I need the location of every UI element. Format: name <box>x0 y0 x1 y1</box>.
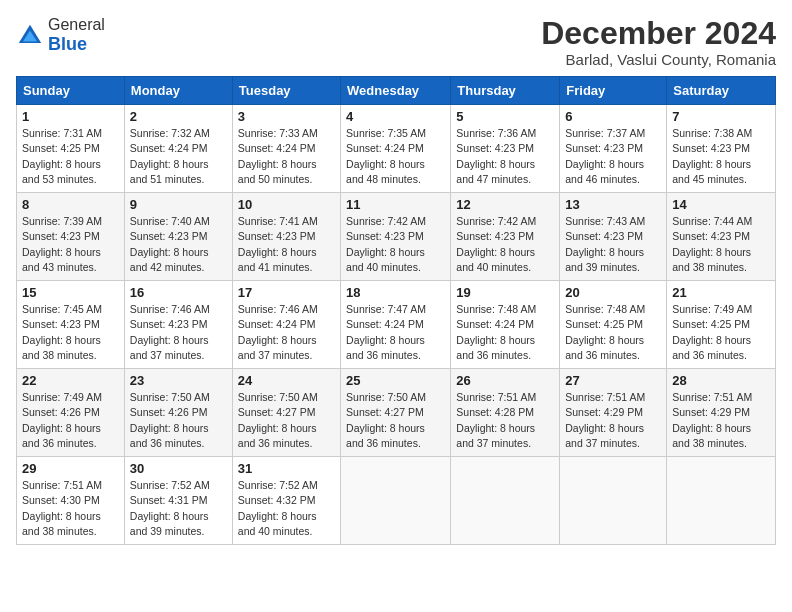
day-number: 28 <box>672 373 770 388</box>
day-info: Sunrise: 7:46 AMSunset: 4:24 PMDaylight:… <box>238 302 335 363</box>
logo-general-text: General <box>48 16 105 33</box>
day-info: Sunrise: 7:50 AMSunset: 4:27 PMDaylight:… <box>346 390 445 451</box>
day-number: 27 <box>565 373 661 388</box>
table-row: 15Sunrise: 7:45 AMSunset: 4:23 PMDayligh… <box>17 281 125 369</box>
day-info: Sunrise: 7:52 AMSunset: 4:31 PMDaylight:… <box>130 478 227 539</box>
day-number: 18 <box>346 285 445 300</box>
table-row: 16Sunrise: 7:46 AMSunset: 4:23 PMDayligh… <box>124 281 232 369</box>
day-info: Sunrise: 7:49 AMSunset: 4:26 PMDaylight:… <box>22 390 119 451</box>
page-subtitle: Barlad, Vaslui County, Romania <box>541 51 776 68</box>
day-number: 11 <box>346 197 445 212</box>
table-row: 14Sunrise: 7:44 AMSunset: 4:23 PMDayligh… <box>667 193 776 281</box>
day-number: 30 <box>130 461 227 476</box>
table-row: 1Sunrise: 7:31 AMSunset: 4:25 PMDaylight… <box>17 105 125 193</box>
day-number: 26 <box>456 373 554 388</box>
day-info: Sunrise: 7:51 AMSunset: 4:28 PMDaylight:… <box>456 390 554 451</box>
day-info: Sunrise: 7:42 AMSunset: 4:23 PMDaylight:… <box>456 214 554 275</box>
table-row: 11Sunrise: 7:42 AMSunset: 4:23 PMDayligh… <box>341 193 451 281</box>
page-container: General Blue December 2024 Barlad, Vaslu… <box>0 0 792 553</box>
table-row: 10Sunrise: 7:41 AMSunset: 4:23 PMDayligh… <box>232 193 340 281</box>
logo: General Blue <box>16 16 105 55</box>
day-info: Sunrise: 7:33 AMSunset: 4:24 PMDaylight:… <box>238 126 335 187</box>
table-row: 6Sunrise: 7:37 AMSunset: 4:23 PMDaylight… <box>560 105 667 193</box>
day-info: Sunrise: 7:41 AMSunset: 4:23 PMDaylight:… <box>238 214 335 275</box>
table-row <box>667 457 776 545</box>
day-number: 4 <box>346 109 445 124</box>
day-info: Sunrise: 7:51 AMSunset: 4:29 PMDaylight:… <box>672 390 770 451</box>
day-info: Sunrise: 7:49 AMSunset: 4:25 PMDaylight:… <box>672 302 770 363</box>
day-number: 14 <box>672 197 770 212</box>
day-info: Sunrise: 7:52 AMSunset: 4:32 PMDaylight:… <box>238 478 335 539</box>
day-info: Sunrise: 7:43 AMSunset: 4:23 PMDaylight:… <box>565 214 661 275</box>
calendar-week-4: 22Sunrise: 7:49 AMSunset: 4:26 PMDayligh… <box>17 369 776 457</box>
day-number: 31 <box>238 461 335 476</box>
day-number: 29 <box>22 461 119 476</box>
day-info: Sunrise: 7:51 AMSunset: 4:30 PMDaylight:… <box>22 478 119 539</box>
table-row: 12Sunrise: 7:42 AMSunset: 4:23 PMDayligh… <box>451 193 560 281</box>
day-info: Sunrise: 7:36 AMSunset: 4:23 PMDaylight:… <box>456 126 554 187</box>
calendar-week-2: 8Sunrise: 7:39 AMSunset: 4:23 PMDaylight… <box>17 193 776 281</box>
calendar-week-1: 1Sunrise: 7:31 AMSunset: 4:25 PMDaylight… <box>17 105 776 193</box>
page-title: December 2024 <box>541 16 776 51</box>
col-saturday: Saturday <box>667 77 776 105</box>
table-row <box>341 457 451 545</box>
table-row <box>451 457 560 545</box>
table-row: 7Sunrise: 7:38 AMSunset: 4:23 PMDaylight… <box>667 105 776 193</box>
day-number: 3 <box>238 109 335 124</box>
day-number: 21 <box>672 285 770 300</box>
table-row: 24Sunrise: 7:50 AMSunset: 4:27 PMDayligh… <box>232 369 340 457</box>
day-number: 25 <box>346 373 445 388</box>
day-number: 12 <box>456 197 554 212</box>
day-info: Sunrise: 7:39 AMSunset: 4:23 PMDaylight:… <box>22 214 119 275</box>
col-tuesday: Tuesday <box>232 77 340 105</box>
table-row: 25Sunrise: 7:50 AMSunset: 4:27 PMDayligh… <box>341 369 451 457</box>
table-row: 20Sunrise: 7:48 AMSunset: 4:25 PMDayligh… <box>560 281 667 369</box>
day-number: 7 <box>672 109 770 124</box>
day-info: Sunrise: 7:31 AMSunset: 4:25 PMDaylight:… <box>22 126 119 187</box>
day-number: 16 <box>130 285 227 300</box>
day-number: 10 <box>238 197 335 212</box>
table-row: 30Sunrise: 7:52 AMSunset: 4:31 PMDayligh… <box>124 457 232 545</box>
table-row: 17Sunrise: 7:46 AMSunset: 4:24 PMDayligh… <box>232 281 340 369</box>
day-number: 23 <box>130 373 227 388</box>
day-info: Sunrise: 7:44 AMSunset: 4:23 PMDaylight:… <box>672 214 770 275</box>
day-info: Sunrise: 7:37 AMSunset: 4:23 PMDaylight:… <box>565 126 661 187</box>
table-row: 27Sunrise: 7:51 AMSunset: 4:29 PMDayligh… <box>560 369 667 457</box>
day-number: 22 <box>22 373 119 388</box>
logo-blue-text: Blue <box>48 34 87 54</box>
col-wednesday: Wednesday <box>341 77 451 105</box>
header: General Blue December 2024 Barlad, Vaslu… <box>16 16 776 68</box>
calendar-week-5: 29Sunrise: 7:51 AMSunset: 4:30 PMDayligh… <box>17 457 776 545</box>
col-friday: Friday <box>560 77 667 105</box>
table-row: 22Sunrise: 7:49 AMSunset: 4:26 PMDayligh… <box>17 369 125 457</box>
table-row: 9Sunrise: 7:40 AMSunset: 4:23 PMDaylight… <box>124 193 232 281</box>
table-row: 23Sunrise: 7:50 AMSunset: 4:26 PMDayligh… <box>124 369 232 457</box>
calendar-header-row: Sunday Monday Tuesday Wednesday Thursday… <box>17 77 776 105</box>
day-number: 6 <box>565 109 661 124</box>
table-row: 19Sunrise: 7:48 AMSunset: 4:24 PMDayligh… <box>451 281 560 369</box>
col-sunday: Sunday <box>17 77 125 105</box>
day-info: Sunrise: 7:35 AMSunset: 4:24 PMDaylight:… <box>346 126 445 187</box>
day-number: 20 <box>565 285 661 300</box>
day-number: 9 <box>130 197 227 212</box>
logo-icon <box>16 22 44 50</box>
table-row <box>560 457 667 545</box>
table-row: 3Sunrise: 7:33 AMSunset: 4:24 PMDaylight… <box>232 105 340 193</box>
day-info: Sunrise: 7:51 AMSunset: 4:29 PMDaylight:… <box>565 390 661 451</box>
col-thursday: Thursday <box>451 77 560 105</box>
day-number: 8 <box>22 197 119 212</box>
day-number: 19 <box>456 285 554 300</box>
day-number: 2 <box>130 109 227 124</box>
day-info: Sunrise: 7:50 AMSunset: 4:26 PMDaylight:… <box>130 390 227 451</box>
day-info: Sunrise: 7:50 AMSunset: 4:27 PMDaylight:… <box>238 390 335 451</box>
day-number: 15 <box>22 285 119 300</box>
day-info: Sunrise: 7:38 AMSunset: 4:23 PMDaylight:… <box>672 126 770 187</box>
calendar-table: Sunday Monday Tuesday Wednesday Thursday… <box>16 76 776 545</box>
day-number: 5 <box>456 109 554 124</box>
day-info: Sunrise: 7:42 AMSunset: 4:23 PMDaylight:… <box>346 214 445 275</box>
table-row: 21Sunrise: 7:49 AMSunset: 4:25 PMDayligh… <box>667 281 776 369</box>
day-info: Sunrise: 7:32 AMSunset: 4:24 PMDaylight:… <box>130 126 227 187</box>
day-number: 17 <box>238 285 335 300</box>
table-row: 5Sunrise: 7:36 AMSunset: 4:23 PMDaylight… <box>451 105 560 193</box>
table-row: 26Sunrise: 7:51 AMSunset: 4:28 PMDayligh… <box>451 369 560 457</box>
